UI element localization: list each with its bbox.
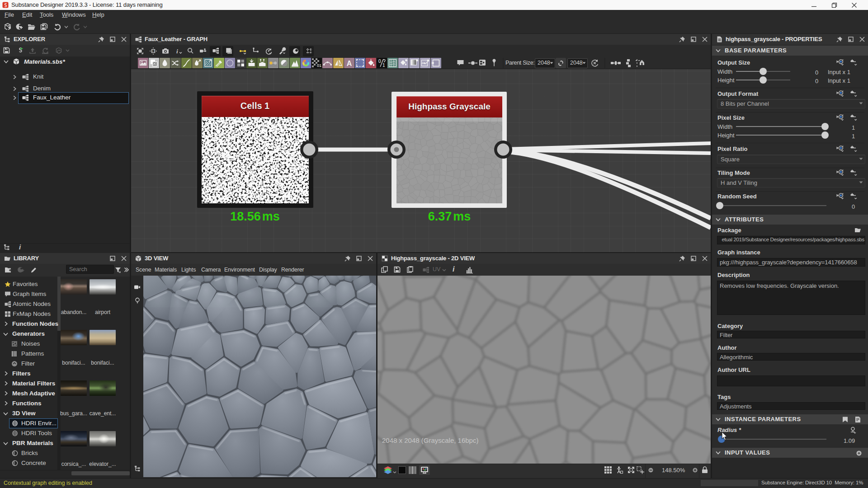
svg-text:A: A <box>347 60 352 67</box>
svg-text:i: i <box>176 48 178 55</box>
svg-text:1:1: 1:1 <box>151 49 155 52</box>
svg-text:0: 0 <box>378 59 381 64</box>
svg-text:01: 01 <box>317 63 321 68</box>
svg-text:1: 1 <box>382 63 385 68</box>
